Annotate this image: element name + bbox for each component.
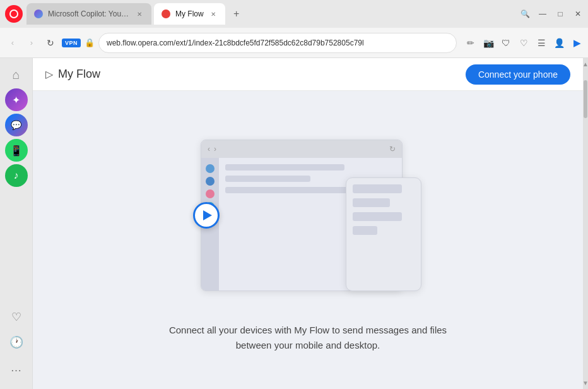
maximize-button[interactable]: □ [555, 9, 565, 19]
tab-myflow-favicon [162, 9, 170, 18]
phone-body [346, 178, 421, 290]
opera-logo-inner [9, 9, 18, 18]
mockup-dot-2 [206, 177, 215, 186]
description-line2: between your mobile and desktop. [236, 340, 380, 350]
window-controls: 🔍 — □ ✕ [520, 9, 583, 19]
profile-icon[interactable]: 👤 [553, 37, 565, 49]
tab-bar: Microsoft Copilot: Your A ✕ My Flow ✕ + … [26, 0, 583, 28]
mockup-forward: › [214, 145, 216, 153]
camera-icon[interactable]: 📷 [482, 37, 495, 49]
heart-icon[interactable]: ♡ [517, 37, 530, 49]
description-text: Connect all your devices with My Flow to… [169, 323, 447, 353]
phone-line-1 [353, 184, 402, 193]
vpn-badge[interactable]: VPN [62, 39, 81, 47]
phone-mockup [346, 177, 421, 291]
mockup-refresh: ↻ [389, 145, 396, 153]
tab-myflow-close[interactable]: ✕ [209, 9, 218, 18]
spotify-icon: ♪ [14, 170, 19, 181]
phone-line-4 [353, 226, 377, 235]
tab-copilot-favicon [34, 9, 43, 18]
page-content: ‹ › ↻ [33, 91, 583, 389]
add-tab-button[interactable]: + [228, 5, 245, 23]
page-title: My Flow [58, 68, 100, 81]
back-button[interactable]: ‹ [5, 35, 20, 51]
tab-myflow-label: My Flow [175, 9, 204, 18]
phone-line-3 [353, 212, 402, 221]
search-window-icon[interactable]: 🔍 [520, 9, 530, 19]
sidebar-item-home[interactable]: ⌂ [5, 63, 28, 86]
apps-icon: ✦ [12, 94, 20, 106]
sidebar-item-messenger[interactable]: 💬 [5, 114, 28, 136]
scroll-up-arrow[interactable]: ▲ [582, 61, 588, 68]
content-area: ▷ My Flow Connect your phone ‹ › ↻ [33, 58, 583, 389]
sidebar-bottom: ♡ 🕐 … [5, 306, 28, 384]
menu-icon[interactable]: ☰ [535, 37, 548, 49]
url-text: web.flow.opera.com/ext/1/index-21c8bdcfe… [107, 39, 449, 47]
messenger-icon: 💬 [11, 120, 21, 130]
edit-icon[interactable]: ✏ [464, 37, 477, 49]
flow-icon[interactable]: ▶ [570, 37, 583, 49]
mockup-browser-bar: ‹ › ↻ [201, 140, 402, 158]
scrollbar-thumb[interactable] [584, 80, 587, 118]
description-line1: Connect all your devices with My Flow to… [169, 325, 447, 335]
page-title-area: ▷ My Flow [45, 68, 100, 81]
minimize-button[interactable]: — [538, 9, 548, 19]
scrollbar: ▲ ▼ [583, 58, 588, 389]
address-icons: ✏ 📷 🛡 ♡ ☰ 👤 ▶ [464, 37, 583, 49]
tab-copilot-label: Microsoft Copilot: Your A [48, 9, 130, 18]
sidebar-history-icon[interactable]: 🕐 [5, 331, 28, 354]
whatsapp-icon: 📱 [10, 145, 23, 157]
opera-logo [5, 5, 23, 23]
title-bar: Microsoft Copilot: Your A ✕ My Flow ✕ + … [0, 0, 588, 28]
close-button[interactable]: ✕ [573, 9, 583, 19]
sidebar-item-spotify[interactable]: ♪ [5, 164, 28, 187]
sidebar-item-whatsapp[interactable]: 📱 [5, 139, 28, 162]
mockup-line-1 [225, 164, 344, 171]
sidebar-more-icon[interactable]: … [5, 356, 28, 379]
tab-copilot[interactable]: Microsoft Copilot: Your A ✕ [26, 3, 151, 25]
illustration-container: ‹ › ↻ [182, 127, 434, 304]
play-button-overlay [193, 202, 220, 229]
play-triangle-icon [203, 210, 212, 220]
refresh-button[interactable]: ↻ [43, 35, 58, 51]
page-header: ▷ My Flow Connect your phone [33, 58, 583, 91]
sidebar-item-apps[interactable]: ✦ [5, 88, 28, 111]
main-layout: ⌂ ✦ 💬 📱 ♪ ♡ 🕐 … ▷ My Flow Connect your p… [0, 58, 588, 389]
mockup-dot-1 [206, 164, 215, 173]
scroll-down-arrow[interactable]: ▼ [582, 380, 588, 386]
address-bar: ‹ › ↻ VPN 🔒 web.flow.opera.com/ext/1/ind… [0, 28, 588, 58]
tab-copilot-close[interactable]: ✕ [135, 9, 144, 18]
mockup-dot-3 [206, 189, 215, 198]
left-sidebar: ⌂ ✦ 💬 📱 ♪ ♡ 🕐 … [0, 58, 33, 389]
shield-icon[interactable]: 🛡 [500, 37, 512, 49]
connect-phone-button[interactable]: Connect your phone [466, 64, 570, 85]
mockup-back: ‹ [208, 145, 210, 153]
flow-play-icon: ▷ [45, 68, 53, 80]
sidebar-heart-icon[interactable]: ♡ [5, 306, 28, 328]
tab-myflow[interactable]: My Flow ✕ [154, 3, 225, 25]
phone-line-2 [353, 198, 390, 207]
mockup-line-2 [225, 176, 310, 182]
lock-icon: 🔒 [85, 38, 95, 47]
forward-button[interactable]: › [24, 35, 39, 51]
url-field[interactable]: web.flow.opera.com/ext/1/index-21c8bdcfe… [98, 33, 457, 53]
